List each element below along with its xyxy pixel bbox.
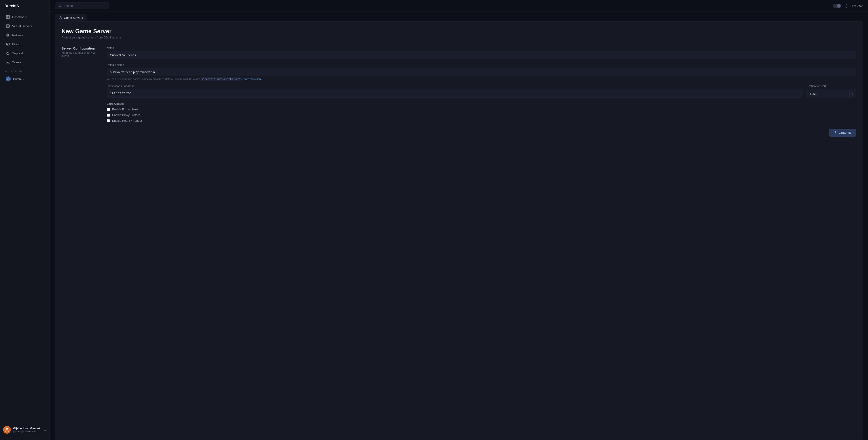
- sidebar: DutchIS Dashboard: [0, 0, 50, 440]
- sidebar-item-label: Support: [12, 52, 23, 55]
- domain-hint-code: minecraft.ddos.dutchis.net: [200, 77, 242, 81]
- extra-options-group: Extra Options Enable Forced Host Enable …: [107, 102, 856, 122]
- team-name: DutchIS: [13, 77, 24, 81]
- app-logo: DutchIS: [0, 0, 50, 11]
- destination-row: Destination IP Address Destination Port …: [107, 85, 856, 102]
- avatar: [3, 426, 11, 434]
- sidebar-item-dashboard[interactable]: Dashboard: [2, 13, 48, 21]
- form-layout: Server Configuration Fill in the informa…: [61, 47, 856, 137]
- real-ip-header-label: Enable Real IP Header: [112, 119, 142, 122]
- forced-host-label: Enable Forced Host: [112, 108, 138, 111]
- page-subtitle: Protect your game servers from DDoS atta…: [61, 36, 856, 39]
- svg-point-7: [8, 27, 9, 27]
- svg-point-22: [60, 18, 61, 18]
- checkbox-proxy-protocol[interactable]: Enable Proxy Protocol: [107, 113, 856, 117]
- sidebar-item-billing[interactable]: Billing: [2, 40, 48, 49]
- destination-port-label: Destination Port: [807, 85, 856, 88]
- destination-port-input[interactable]: [807, 90, 850, 98]
- team-item-dutchis[interactable]: DutchIS: [2, 75, 48, 83]
- sidebar-item-label: Teams: [12, 61, 21, 64]
- create-rocket-icon: [834, 131, 837, 134]
- learn-more-link[interactable]: Learn more here.: [242, 78, 262, 80]
- sidebar-nav: Dashboard Virtual Servers: [0, 11, 50, 423]
- name-label: Name: [107, 47, 856, 50]
- svg-point-19: [6, 429, 8, 430]
- chevron-up-icon: ▲: [44, 429, 46, 431]
- user-email: gijsbert@dutchis.net: [13, 430, 41, 433]
- user-profile[interactable]: Gijsbert van Gemert gijsbert@dutchis.net…: [0, 423, 50, 436]
- domain-input[interactable]: [107, 68, 856, 76]
- svg-line-21: [61, 6, 62, 7]
- sidebar-item-label: Dashboard: [12, 16, 27, 19]
- support-icon: [6, 51, 10, 55]
- page-content: New Game Server Protect your game server…: [55, 21, 863, 440]
- name-field-group: Name: [107, 47, 856, 59]
- form-section-info: Server Configuration Fill in the informa…: [61, 47, 98, 137]
- destination-ip-field-group: Destination IP Address: [107, 85, 803, 98]
- network-icon: [6, 33, 10, 37]
- port-stepper[interactable]: ▲ ▼: [850, 89, 856, 98]
- your-teams-label: Your Teams: [0, 67, 50, 74]
- svg-point-16: [7, 61, 8, 62]
- svg-rect-0: [6, 16, 8, 17]
- sidebar-item-virtual-servers[interactable]: Virtual Servers: [2, 22, 48, 30]
- svg-rect-3: [8, 17, 9, 19]
- svg-rect-13: [7, 45, 8, 45]
- create-button[interactable]: CREATE: [829, 129, 856, 137]
- sidebar-item-label: Network: [12, 33, 24, 37]
- billing-icon: [6, 42, 10, 46]
- theme-toggle[interactable]: [833, 4, 841, 8]
- name-input[interactable]: [107, 51, 856, 59]
- dashboard-icon: [6, 15, 10, 19]
- svg-rect-2: [6, 17, 8, 19]
- topbar: € € 0,00: [50, 0, 868, 12]
- sidebar-item-label: Virtual Servers: [12, 24, 32, 28]
- breadcrumb-label: Game Servers: [64, 16, 83, 20]
- search-icon: [59, 4, 62, 7]
- destination-ip-input[interactable]: [107, 89, 803, 97]
- svg-rect-1: [8, 16, 9, 17]
- page-title: New Game Server: [61, 28, 856, 35]
- svg-rect-11: [6, 43, 9, 45]
- checkbox-forced-host[interactable]: Enable Forced Host: [107, 108, 856, 111]
- shield-icon: [845, 4, 848, 8]
- destination-port-field-group: Destination Port ▲ ▼: [807, 85, 856, 98]
- sidebar-item-network[interactable]: Network: [2, 31, 48, 39]
- balance-value: € 0,00: [855, 4, 863, 7]
- rocket-icon: [59, 16, 62, 20]
- server-icon: [6, 24, 10, 28]
- main-content: € € 0,00 Game Servers New Game Server Pr…: [50, 0, 868, 440]
- create-label: CREATE: [839, 131, 851, 135]
- search-box[interactable]: [55, 2, 110, 9]
- form-section-desc: Fill in the information for your server.: [61, 51, 98, 57]
- proxy-protocol-checkbox[interactable]: [107, 114, 110, 117]
- proxy-protocol-label: Enable Proxy Protocol: [112, 113, 141, 117]
- destination-ip-label: Destination IP Address: [107, 85, 803, 88]
- teams-icon: [6, 60, 10, 64]
- search-input[interactable]: [64, 4, 106, 7]
- svg-point-17: [8, 61, 9, 62]
- forced-host-checkbox[interactable]: [107, 108, 110, 111]
- topbar-right: € € 0,00: [833, 4, 863, 8]
- real-ip-header-checkbox[interactable]: [107, 119, 110, 122]
- svg-point-15: [8, 54, 8, 54]
- balance-display: € € 0,00: [852, 4, 863, 7]
- extra-options-title: Extra Options: [107, 102, 856, 106]
- team-avatar: [6, 77, 11, 82]
- svg-point-23: [835, 133, 836, 133]
- domain-field-group: Domain Name You can use your own domain …: [107, 63, 856, 81]
- euro-icon: €: [852, 4, 854, 7]
- sidebar-item-label: Billing: [12, 42, 20, 46]
- breadcrumb-tab[interactable]: Game Servers: [55, 14, 87, 21]
- sidebar-item-teams[interactable]: Teams: [2, 58, 48, 66]
- domain-hint: You can use your own domain name by crea…: [107, 78, 856, 81]
- checkbox-real-ip-header[interactable]: Enable Real IP Header: [107, 119, 856, 122]
- svg-point-6: [8, 25, 9, 26]
- user-name: Gijsbert van Gemert: [13, 427, 41, 430]
- domain-label: Domain Name: [107, 63, 856, 66]
- breadcrumb-bar: Game Servers: [50, 12, 868, 21]
- create-btn-row: CREATE: [107, 129, 856, 137]
- form-section-title: Server Configuration: [61, 47, 98, 50]
- sidebar-item-support[interactable]: Support: [2, 49, 48, 57]
- user-info: Gijsbert van Gemert gijsbert@dutchis.net: [13, 427, 41, 433]
